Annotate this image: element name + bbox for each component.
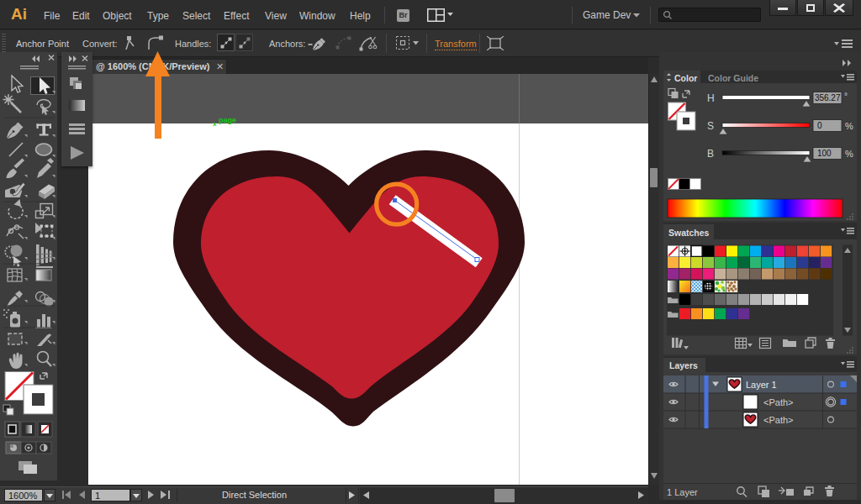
svg-text:H: H — [707, 92, 715, 104]
svg-text:%: % — [845, 149, 853, 159]
svg-text:S: S — [707, 120, 714, 132]
svg-text:<Path>: <Path> — [763, 397, 793, 407]
svg-text:0: 0 — [817, 121, 822, 130]
svg-text:°: ° — [844, 92, 848, 101]
svg-text:B: B — [707, 148, 714, 160]
svg-text:356.27: 356.27 — [815, 93, 841, 102]
svg-text:Layer 1: Layer 1 — [746, 380, 777, 390]
svg-text:<Path>: <Path> — [763, 415, 793, 425]
svg-text:%: % — [845, 121, 853, 131]
svg-text:100: 100 — [817, 149, 832, 158]
